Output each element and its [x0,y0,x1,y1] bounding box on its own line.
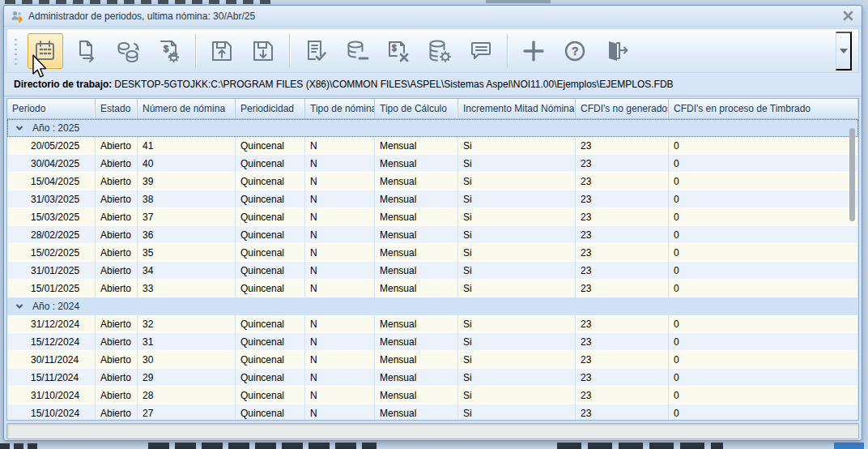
table-cell: 30/04/2025 [7,155,96,173]
table-cell: 41 [138,137,236,155]
toolbar-separator [289,34,290,68]
cancel-receipt-icon [385,38,411,64]
column-header[interactable]: Estado [96,99,138,118]
comments-button[interactable] [463,33,499,69]
table-cell: 0 [669,315,858,333]
toolbar-grip[interactable] [14,37,19,65]
window-title: Administrador de periodos, ultima nómina… [28,11,255,22]
table-cell: Mensual [375,404,458,420]
remove-amounts-button[interactable] [339,33,375,69]
close-button[interactable] [843,11,853,21]
table-header-row: PeriodoEstadoNúmero de nóminaPeriodicida… [7,99,858,119]
verify-document-button[interactable] [298,33,334,69]
close-icon [843,11,853,21]
table-cell: 23 [576,226,669,244]
backup-restore-button[interactable] [245,33,281,69]
table-cell: 23 [576,155,669,173]
table-cell: Mensual [375,190,458,208]
table-cell: N [305,137,375,155]
table-row[interactable]: 31/10/2024Abierto28QuincenalNMensualSi23… [7,387,858,404]
cancel-receipt-button[interactable] [381,33,416,69]
vertical-scrollbar[interactable] [849,128,855,221]
table-cell: 31/10/2024 [7,387,96,404]
database-maintenance-button[interactable] [422,33,457,69]
table-row[interactable]: 15/01/2025Abierto33QuincenalNMensualSi23… [7,280,858,297]
payroll-settings-button[interactable] [151,33,187,69]
recalculate-payroll-button[interactable] [110,33,146,69]
table-cell: Abierto [96,280,138,297]
add-button[interactable] [516,33,551,69]
table-cell: 40 [138,155,236,173]
table-cell: 39 [138,173,236,190]
table-cell: Quincenal [236,190,305,208]
table-cell: Quincenal [236,244,305,262]
column-header[interactable]: Periodicidad [236,99,305,118]
table-cell: 23 [576,208,669,226]
table-row[interactable]: 31/12/2024Abierto32QuincenalNMensualSi23… [7,315,858,333]
column-header[interactable]: Tipo de Cálculo [375,99,458,118]
comments-icon [468,38,494,64]
table-cell: Mensual [375,155,458,173]
table-cell: Si [458,262,576,280]
table-cell: 31 [138,333,236,351]
table-cell: Quincenal [236,208,305,226]
table-row[interactable]: 30/04/2025Abierto40QuincenalNMensualSi23… [7,155,858,173]
group-row[interactable]: Año : 2025 [7,119,858,137]
table-row[interactable]: 15/11/2024Abierto29QuincenalNMensualSi23… [7,369,858,387]
table-row[interactable]: 15/12/2024Abierto31QuincenalNMensualSi23… [7,333,858,351]
column-header[interactable]: CFDI's en proceso de Timbrado [669,99,858,118]
table-cell: Abierto [96,190,138,208]
table-cell: 0 [669,226,858,244]
table-cell: 0 [669,155,858,173]
export-period-icon [74,38,100,64]
table-row[interactable]: 28/02/2025Abierto36QuincenalNMensualSi23… [7,226,858,244]
table-cell: Abierto [96,369,138,387]
status-bar [6,423,859,439]
table-row[interactable]: 30/11/2024Abierto30QuincenalNMensualSi23… [7,351,858,369]
table-cell: 23 [576,351,669,369]
table-cell: Abierto [96,244,138,262]
table-cell: Quincenal [236,155,305,173]
table-row[interactable]: 15/02/2025Abierto35QuincenalNMensualSi23… [7,244,858,262]
column-header[interactable]: Incremento Mitad Nómina [458,99,576,118]
background-artifact [834,443,864,449]
period-calendar-button[interactable] [28,33,63,69]
working-directory-bar: Directorio de trabajo: DESKTOP-5GTOJKK:C… [4,73,862,96]
column-header[interactable]: Periodo [7,99,96,118]
chevron-down-icon [840,49,848,53]
table-cell: Si [458,155,576,173]
group-row[interactable]: Año : 2024 [7,297,858,315]
export-period-button[interactable] [69,33,104,69]
table-cell: 0 [669,173,858,190]
table-row[interactable]: 15/03/2025Abierto37QuincenalNMensualSi23… [7,208,858,226]
table-cell: N [305,226,375,244]
table-cell: Mensual [375,173,458,190]
table-cell: 0 [669,262,858,280]
chevron-down-icon [15,301,24,311]
table-cell: Quincenal [236,404,305,420]
exit-button[interactable] [598,33,634,69]
toolbar-overflow-button[interactable] [836,32,852,71]
table-row[interactable]: 15/04/2025Abierto39QuincenalNMensualSi23… [7,173,858,190]
table-cell: Abierto [96,333,138,351]
table-cell: 34 [138,262,236,280]
help-button[interactable] [557,33,593,69]
column-header[interactable]: CFDI's no generados [576,99,669,118]
table-cell: Abierto [96,155,138,173]
table-cell: 28/02/2025 [7,226,96,244]
titlebar[interactable]: Administrador de periodos, ultima nómina… [4,6,862,27]
table-row[interactable]: 15/10/2024Abierto27QuincenalNMensualSi23… [7,404,858,420]
table-cell: Abierto [96,351,138,369]
table-cell: Quincenal [236,173,305,190]
table-row[interactable]: 31/03/2025Abierto38QuincenalNMensualSi23… [7,190,858,208]
table-cell: Mensual [375,244,458,262]
backup-save-button[interactable] [204,33,240,69]
table-row[interactable]: 31/01/2025Abierto34QuincenalNMensualSi23… [7,262,858,280]
table-cell: N [305,173,375,190]
column-header[interactable]: Número de nómina [138,99,236,118]
table-cell: Mensual [375,208,458,226]
column-header[interactable]: Tipo de nómina [305,99,375,118]
table-cell: 23 [576,244,669,262]
table-cell: Quincenal [236,369,305,387]
table-row[interactable]: 20/05/2025Abierto41QuincenalNMensualSi23… [7,137,858,155]
